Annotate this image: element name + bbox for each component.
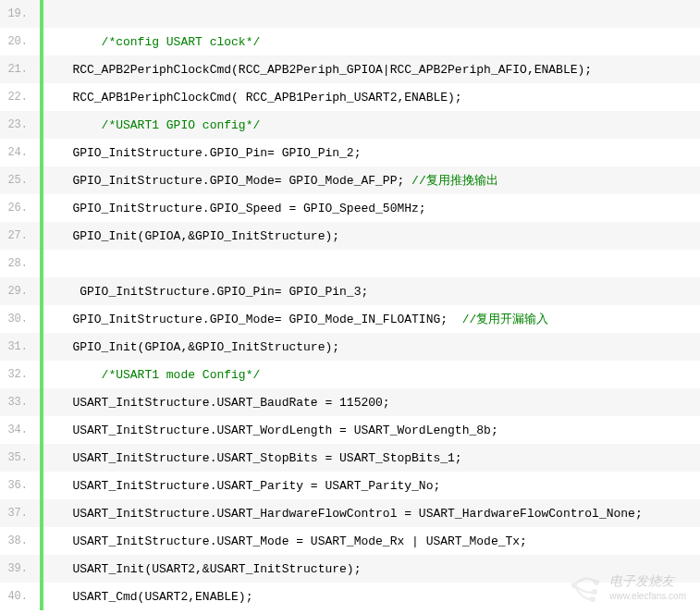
- code-comment: //复用开漏输入: [462, 313, 549, 326]
- code-line: 28.: [0, 250, 700, 277]
- code-line: 32. /*USART1 mode Config*/: [0, 361, 700, 388]
- line-marker: [40, 555, 43, 583]
- line-marker: [40, 111, 43, 139]
- code-comment: /*USART1 mode Config*/: [102, 368, 261, 382]
- line-marker: [40, 55, 43, 83]
- line-marker: [40, 305, 43, 333]
- line-marker: [40, 166, 43, 194]
- code-content: /*config USART clock*/: [51, 35, 700, 49]
- watermark-icon: [567, 569, 604, 606]
- code-line: 33. USART_InitStructure.USART_BaudRate =…: [0, 388, 700, 416]
- code-comment: /*USART1 GPIO config*/: [102, 118, 261, 132]
- code-content: USART_InitStructure.USART_StopBits = USA…: [51, 451, 700, 465]
- code-content: GPIO_InitStructure.GPIO_Pin= GPIO_Pin_2;: [51, 146, 700, 160]
- line-number: 25.: [0, 174, 32, 187]
- code-line: 25. GPIO_InitStructure.GPIO_Mode= GPIO_M…: [0, 166, 700, 194]
- code-content: /*USART1 GPIO config*/: [51, 118, 700, 132]
- line-marker: [40, 361, 43, 388]
- line-number: 28.: [0, 257, 32, 270]
- line-marker: [40, 194, 43, 222]
- line-number: 36.: [0, 479, 32, 492]
- svg-point-1: [594, 580, 599, 585]
- code-line: 22. RCC_APB1PeriphClockCmd( RCC_APB1Peri…: [0, 83, 700, 111]
- line-marker: [40, 250, 43, 277]
- watermark-text: 电子发烧友 www.elecfans.com: [609, 572, 686, 601]
- code-line: 21. RCC_APB2PeriphClockCmd(RCC_APB2Perip…: [0, 55, 700, 83]
- code-line: 36. USART_InitStructure.USART_Parity = U…: [0, 472, 700, 499]
- line-number: 37.: [0, 507, 32, 520]
- line-number: 23.: [0, 118, 32, 131]
- code-content: GPIO_InitStructure.GPIO_Mode= GPIO_Mode_…: [51, 172, 700, 189]
- code-content: GPIO_Init(GPIOA,&GPIO_InitStructure);: [51, 229, 700, 243]
- line-marker: [40, 333, 43, 361]
- code-line: 19.: [0, 0, 700, 28]
- line-number: 26.: [0, 202, 32, 215]
- code-content: GPIO_InitStructure.GPIO_Speed = GPIO_Spe…: [51, 202, 700, 215]
- code-content: RCC_APB1PeriphClockCmd( RCC_APB1Periph_U…: [51, 91, 700, 104]
- line-marker: [40, 583, 43, 610]
- line-number: 31.: [0, 340, 32, 353]
- code-line: 38. USART_InitStructure.USART_Mode = USA…: [0, 527, 700, 555]
- line-marker: [40, 527, 43, 555]
- code-line: 27. GPIO_Init(GPIOA,&GPIO_InitStructure)…: [0, 222, 700, 250]
- code-line: 24. GPIO_InitStructure.GPIO_Pin= GPIO_Pi…: [0, 139, 700, 166]
- line-number: 34.: [0, 424, 32, 436]
- code-content: USART_InitStructure.USART_Parity = USART…: [51, 479, 700, 493]
- line-marker: [40, 0, 43, 28]
- code-line: 26. GPIO_InitStructure.GPIO_Speed = GPIO…: [0, 194, 700, 222]
- code-content: USART_InitStructure.USART_Mode = USART_M…: [51, 534, 700, 548]
- line-marker: [40, 499, 43, 527]
- watermark-title: 电子发烧友: [609, 572, 686, 589]
- line-number: 21.: [0, 63, 32, 76]
- code-content: /*USART1 mode Config*/: [51, 368, 700, 382]
- code-line: 31. GPIO_Init(GPIOA,&GPIO_InitStructure)…: [0, 333, 700, 361]
- line-number: 30.: [0, 313, 32, 325]
- line-marker: [40, 388, 43, 416]
- code-line: 37. USART_InitStructure.USART_HardwareFl…: [0, 499, 700, 527]
- code-content: [51, 7, 700, 21]
- line-marker: [40, 139, 43, 166]
- code-content: GPIO_Init(GPIOA,&GPIO_InitStructure);: [51, 340, 700, 354]
- line-number: 35.: [0, 451, 32, 464]
- line-marker: [40, 83, 43, 111]
- code-line: 20. /*config USART clock*/: [0, 28, 700, 55]
- code-comment: //复用推挽输出: [411, 174, 498, 188]
- line-number: 19.: [0, 7, 32, 20]
- code-comment: /*config USART clock*/: [102, 35, 261, 49]
- line-number: 29.: [0, 285, 32, 298]
- line-marker: [40, 444, 43, 472]
- line-number: 27.: [0, 229, 32, 242]
- code-content: USART_InitStructure.USART_BaudRate = 115…: [51, 396, 700, 410]
- watermark: 电子发烧友 www.elecfans.com: [567, 569, 686, 606]
- line-number: 38.: [0, 534, 32, 547]
- code-line: 29. GPIO_InitStructure.GPIO_Pin= GPIO_Pi…: [0, 277, 700, 305]
- line-marker: [40, 416, 43, 444]
- line-number: 22.: [0, 91, 32, 104]
- code-container: 19. 20. /*config USART clock*/21. RCC_AP…: [0, 0, 700, 610]
- code-line: 35. USART_InitStructure.USART_StopBits =…: [0, 444, 700, 472]
- line-marker: [40, 28, 43, 55]
- line-marker: [40, 222, 43, 250]
- code-content: RCC_APB2PeriphClockCmd(RCC_APB2Periph_GP…: [51, 63, 700, 77]
- line-number: 40.: [0, 590, 32, 603]
- watermark-url: www.elecfans.com: [609, 590, 686, 602]
- svg-point-2: [592, 589, 597, 595]
- line-number: 32.: [0, 368, 32, 381]
- code-line: 34. USART_InitStructure.USART_WordLength…: [0, 416, 700, 444]
- code-content: GPIO_InitStructure.GPIO_Mode= GPIO_Mode_…: [51, 311, 700, 327]
- code-line: 23. /*USART1 GPIO config*/: [0, 111, 700, 139]
- line-number: 24.: [0, 146, 32, 159]
- code-content: USART_InitStructure.USART_WordLength = U…: [51, 424, 700, 437]
- line-marker: [40, 277, 43, 305]
- line-number: 39.: [0, 562, 32, 575]
- line-marker: [40, 472, 43, 499]
- code-content: GPIO_InitStructure.GPIO_Pin= GPIO_Pin_3;: [51, 285, 700, 299]
- code-content: USART_InitStructure.USART_HardwareFlowCo…: [51, 507, 700, 521]
- svg-point-3: [590, 596, 596, 602]
- line-number: 20.: [0, 35, 32, 48]
- code-line: 30. GPIO_InitStructure.GPIO_Mode= GPIO_M…: [0, 305, 700, 333]
- line-number: 33.: [0, 396, 32, 409]
